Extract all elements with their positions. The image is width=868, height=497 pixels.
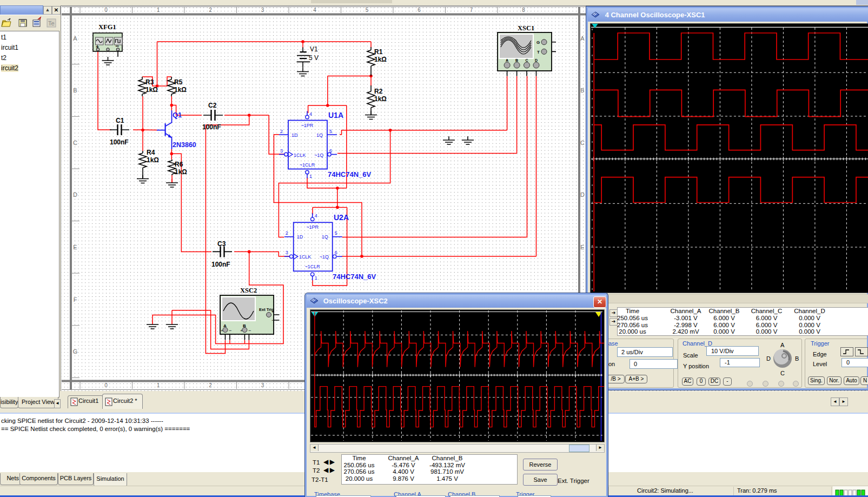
svg-text:E: E [73, 244, 77, 250]
svg-text:D: D [73, 191, 77, 198]
svg-text:0: 0 [104, 7, 108, 13]
svg-text:3: 3 [280, 148, 283, 154]
svg-text:1D: 1D [297, 234, 303, 240]
svg-text:100nF: 100nF [202, 123, 221, 131]
svg-text:T: T [537, 50, 540, 55]
svg-text:R1: R1 [374, 48, 383, 56]
svg-text:2N3860: 2N3860 [173, 141, 196, 149]
svg-text:~1Q: ~1Q [320, 254, 329, 260]
svg-text:74HC74N_6V: 74HC74N_6V [328, 170, 372, 178]
svg-text:XSC1: XSC1 [518, 24, 534, 32]
svg-text:A: A [223, 323, 227, 328]
svg-text:1: 1 [315, 275, 317, 281]
svg-text:G: G [536, 40, 540, 45]
svg-text:D: D [766, 355, 771, 362]
svg-text:D: D [535, 58, 538, 62]
svg-text:1CLK: 1CLK [294, 153, 306, 158]
svg-text:−: − [271, 317, 274, 323]
svg-text:1kΩ: 1kΩ [175, 168, 187, 176]
svg-text:1: 1 [157, 382, 160, 388]
svg-text:B: B [515, 58, 518, 62]
svg-text:B: B [243, 323, 246, 328]
svg-text:5: 5 [366, 7, 369, 13]
svg-text:2: 2 [209, 382, 212, 388]
svg-text:1kΩ: 1kΩ [147, 156, 159, 164]
svg-text:~1CLR: ~1CLR [300, 162, 315, 168]
svg-text:A: A [506, 58, 508, 62]
svg-text:1: 1 [309, 174, 312, 179]
svg-text:R3: R3 [145, 78, 154, 86]
svg-text:XFG1: XFG1 [98, 23, 116, 31]
svg-text:−: − [248, 328, 251, 333]
svg-text:4: 4 [315, 213, 317, 218]
svg-text:5 V: 5 V [309, 54, 319, 62]
svg-text:6: 6 [418, 7, 421, 13]
svg-text:1: 1 [157, 7, 160, 13]
svg-text:5: 5 [329, 129, 332, 134]
svg-text:Q1: Q1 [173, 111, 182, 119]
svg-text:1D: 1D [291, 132, 298, 138]
svg-text:U2A: U2A [334, 213, 349, 222]
svg-text:7: 7 [470, 7, 473, 13]
svg-text:R4: R4 [147, 149, 155, 156]
svg-text:~1Q: ~1Q [314, 153, 323, 158]
svg-text:C: C [780, 370, 785, 376]
svg-text:100nF: 100nF [110, 138, 129, 146]
svg-text:G: G [73, 348, 78, 355]
svg-text:C: C [526, 58, 528, 62]
svg-text:C2: C2 [208, 102, 217, 109]
svg-text:−: − [229, 328, 231, 333]
svg-text:D: D [580, 191, 585, 198]
svg-text:74HC74N_6V: 74HC74N_6V [333, 273, 376, 281]
svg-text:+: + [240, 328, 243, 333]
svg-text:2: 2 [209, 7, 212, 13]
svg-text:4: 4 [313, 7, 316, 13]
svg-text:V1: V1 [310, 45, 318, 53]
svg-text:~1PR: ~1PR [301, 123, 314, 128]
svg-text:~1PR: ~1PR [306, 224, 319, 230]
svg-text:0: 0 [104, 382, 108, 388]
svg-text:C3: C3 [217, 240, 226, 248]
svg-text:B: B [73, 87, 77, 94]
svg-text:F: F [74, 296, 77, 303]
svg-text:B: B [580, 87, 584, 94]
svg-text:R5: R5 [174, 78, 183, 86]
svg-text:3: 3 [261, 382, 264, 388]
svg-text:C: C [73, 140, 77, 146]
svg-text:1kΩ: 1kΩ [374, 95, 387, 103]
svg-text:B: B [795, 355, 799, 362]
svg-text:A: A [780, 342, 785, 348]
svg-text:8: 8 [522, 7, 525, 13]
svg-text:Te: Te [48, 20, 55, 26]
svg-text:+: + [221, 328, 223, 333]
svg-text:R6: R6 [175, 161, 183, 168]
svg-text:~1CLR: ~1CLR [305, 264, 321, 269]
svg-text:1Q: 1Q [322, 234, 328, 240]
svg-text:C1: C1 [116, 117, 124, 124]
svg-text:+: + [271, 309, 274, 314]
svg-text:2: 2 [286, 230, 288, 236]
svg-text:1kΩ: 1kΩ [145, 86, 158, 94]
svg-text:1kΩ: 1kΩ [174, 86, 187, 94]
svg-text:1Q: 1Q [316, 132, 323, 138]
svg-text:2: 2 [280, 129, 283, 134]
svg-text:100nF: 100nF [211, 261, 230, 268]
svg-text:3: 3 [261, 7, 264, 13]
svg-text:A: A [580, 35, 585, 42]
svg-text:6: 6 [329, 148, 332, 154]
svg-text:R2: R2 [374, 88, 383, 95]
svg-text:U1A: U1A [328, 111, 343, 120]
svg-text:E: E [580, 244, 584, 250]
svg-text:C: C [580, 140, 585, 146]
svg-text:1kΩ: 1kΩ [374, 56, 387, 63]
svg-text:6: 6 [335, 250, 337, 255]
svg-text:A: A [73, 35, 77, 42]
svg-text:1CLK: 1CLK [299, 254, 312, 260]
svg-text:4: 4 [309, 111, 312, 117]
svg-text:3: 3 [286, 250, 288, 255]
svg-text:XSC2: XSC2 [240, 287, 257, 294]
svg-text:5: 5 [335, 230, 337, 236]
